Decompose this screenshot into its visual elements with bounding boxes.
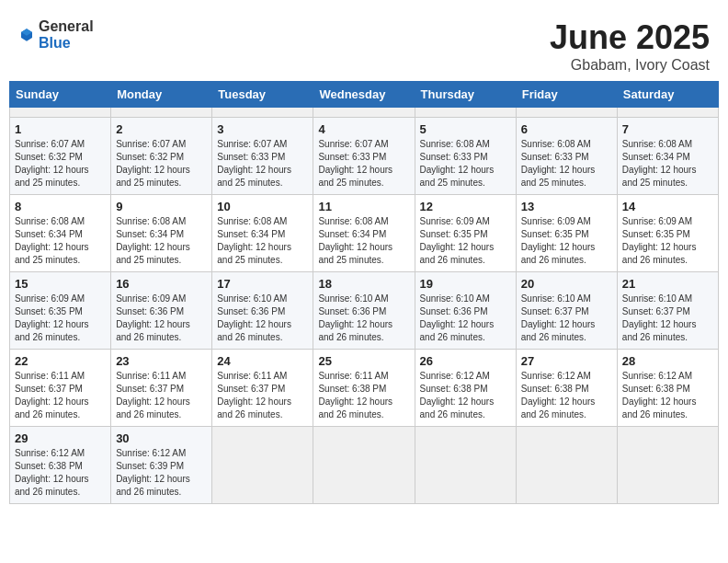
calendar-cell: 5Sunrise: 6:08 AMSunset: 6:33 PMDaylight… — [415, 118, 516, 195]
calendar-cell: 9Sunrise: 6:08 AMSunset: 6:34 PMDaylight… — [111, 195, 212, 272]
calendar-cell — [415, 427, 516, 504]
sunset-label: Sunset: 6:38 PM — [420, 384, 488, 394]
day-number: 11 — [318, 200, 409, 213]
calendar-cell: 26Sunrise: 6:12 AMSunset: 6:38 PMDayligh… — [415, 350, 516, 427]
calendar-cell — [10, 108, 111, 118]
sunrise-label: Sunrise: 6:12 AM — [521, 371, 591, 381]
sunset-label: Sunset: 6:38 PM — [622, 384, 690, 394]
day-number: 18 — [318, 277, 409, 291]
daylight-label: Daylight: 12 hours and 25 minutes. — [116, 165, 190, 188]
calendar-cell — [617, 427, 718, 504]
calendar-cell: 20Sunrise: 6:10 AMSunset: 6:37 PMDayligh… — [516, 272, 617, 350]
calendar-cell: 14Sunrise: 6:09 AMSunset: 6:35 PMDayligh… — [617, 195, 718, 272]
day-number: 3 — [217, 122, 308, 136]
daylight-label: Daylight: 12 hours and 26 minutes. — [521, 319, 596, 342]
sunset-label: Sunset: 6:34 PM — [622, 152, 690, 162]
calendar-title: June 2025 — [550, 18, 710, 57]
calendar-cell: 21Sunrise: 6:10 AMSunset: 6:37 PMDayligh… — [617, 272, 718, 350]
calendar-cell — [212, 108, 313, 118]
calendar-cell: 10Sunrise: 6:08 AMSunset: 6:34 PMDayligh… — [212, 195, 313, 272]
calendar-week-row: 29Sunrise: 6:12 AMSunset: 6:38 PMDayligh… — [10, 427, 719, 504]
day-number: 22 — [15, 354, 106, 368]
sunset-label: Sunset: 6:36 PM — [420, 306, 488, 316]
day-info: Sunrise: 6:10 AMSunset: 6:37 PMDaylight:… — [622, 293, 713, 344]
day-number: 1 — [15, 122, 106, 136]
sunrise-label: Sunrise: 6:12 AM — [116, 448, 186, 458]
day-of-week-header: Sunday — [10, 82, 111, 108]
day-info: Sunrise: 6:09 AMSunset: 6:35 PMDaylight:… — [15, 293, 106, 344]
calendar-cell: 11Sunrise: 6:08 AMSunset: 6:34 PMDayligh… — [313, 195, 415, 272]
sunrise-label: Sunrise: 6:08 AM — [15, 216, 85, 226]
day-info: Sunrise: 6:07 AMSunset: 6:33 PMDaylight:… — [318, 138, 409, 190]
calendar-cell: 1Sunrise: 6:07 AMSunset: 6:32 PMDaylight… — [10, 118, 111, 195]
day-info: Sunrise: 6:08 AMSunset: 6:34 PMDaylight:… — [217, 215, 308, 267]
sunrise-label: Sunrise: 6:10 AM — [217, 293, 287, 304]
daylight-label: Daylight: 12 hours and 26 minutes. — [217, 396, 291, 419]
day-number: 5 — [420, 122, 511, 136]
calendar-header-row: SundayMondayTuesdayWednesdayThursdayFrid… — [10, 82, 719, 108]
day-number: 21 — [622, 277, 713, 291]
sunset-label: Sunset: 6:39 PM — [116, 461, 184, 471]
day-number: 30 — [116, 431, 207, 445]
sunset-label: Sunset: 6:32 PM — [15, 152, 83, 162]
sunset-label: Sunset: 6:34 PM — [217, 229, 285, 239]
day-number: 24 — [217, 354, 308, 368]
sunset-label: Sunset: 6:35 PM — [622, 229, 690, 239]
calendar-subtitle: Gbabam, Ivory Coast — [550, 57, 710, 74]
calendar-week-row: 8Sunrise: 6:08 AMSunset: 6:34 PMDaylight… — [10, 195, 719, 272]
calendar-cell: 8Sunrise: 6:08 AMSunset: 6:34 PMDaylight… — [10, 195, 111, 272]
day-info: Sunrise: 6:09 AMSunset: 6:35 PMDaylight:… — [521, 215, 612, 267]
sunrise-label: Sunrise: 6:11 AM — [217, 371, 287, 381]
calendar-cell — [212, 427, 313, 504]
sunset-label: Sunset: 6:36 PM — [116, 306, 184, 316]
day-number: 7 — [622, 122, 713, 136]
day-of-week-header: Monday — [111, 82, 212, 108]
sunset-label: Sunset: 6:33 PM — [217, 152, 285, 162]
sunset-label: Sunset: 6:35 PM — [420, 229, 488, 239]
calendar-cell — [111, 108, 212, 118]
day-info: Sunrise: 6:10 AMSunset: 6:36 PMDaylight:… — [318, 293, 409, 344]
sunset-label: Sunset: 6:38 PM — [521, 384, 589, 394]
day-info: Sunrise: 6:11 AMSunset: 6:37 PMDaylight:… — [15, 370, 106, 421]
sunset-label: Sunset: 6:33 PM — [420, 152, 488, 162]
daylight-label: Daylight: 12 hours and 26 minutes. — [420, 319, 495, 342]
daylight-label: Daylight: 12 hours and 26 minutes. — [318, 396, 392, 419]
sunrise-label: Sunrise: 6:08 AM — [420, 139, 490, 149]
sunrise-label: Sunrise: 6:10 AM — [318, 293, 388, 304]
sunrise-label: Sunrise: 6:09 AM — [15, 293, 85, 304]
day-info: Sunrise: 6:08 AMSunset: 6:34 PMDaylight:… — [116, 215, 207, 267]
calendar-cell: 17Sunrise: 6:10 AMSunset: 6:36 PMDayligh… — [212, 272, 313, 350]
calendar-cell: 7Sunrise: 6:08 AMSunset: 6:34 PMDaylight… — [617, 118, 718, 195]
sunrise-label: Sunrise: 6:12 AM — [15, 448, 85, 458]
sunset-label: Sunset: 6:37 PM — [217, 384, 285, 394]
day-number: 8 — [15, 200, 106, 213]
sunrise-label: Sunrise: 6:08 AM — [622, 139, 692, 149]
calendar-cell: 24Sunrise: 6:11 AMSunset: 6:37 PMDayligh… — [212, 350, 313, 427]
daylight-label: Daylight: 12 hours and 26 minutes. — [15, 396, 89, 419]
day-number: 10 — [217, 200, 308, 213]
day-number: 25 — [318, 354, 409, 368]
daylight-label: Daylight: 12 hours and 26 minutes. — [116, 396, 190, 419]
sunset-label: Sunset: 6:35 PM — [521, 229, 589, 239]
day-number: 12 — [420, 200, 511, 213]
daylight-label: Daylight: 12 hours and 25 minutes. — [15, 165, 89, 188]
sunrise-label: Sunrise: 6:11 AM — [116, 371, 186, 381]
daylight-label: Daylight: 12 hours and 26 minutes. — [420, 242, 495, 265]
day-of-week-header: Tuesday — [212, 82, 313, 108]
calendar-cell: 2Sunrise: 6:07 AMSunset: 6:32 PMDaylight… — [111, 118, 212, 195]
sunrise-label: Sunrise: 6:07 AM — [116, 139, 186, 149]
daylight-label: Daylight: 12 hours and 25 minutes. — [217, 165, 291, 188]
sunset-label: Sunset: 6:32 PM — [116, 152, 184, 162]
calendar-cell: 19Sunrise: 6:10 AMSunset: 6:36 PMDayligh… — [415, 272, 516, 350]
calendar-week-row: 22Sunrise: 6:11 AMSunset: 6:37 PMDayligh… — [10, 350, 719, 427]
day-number: 4 — [318, 122, 409, 136]
sunrise-label: Sunrise: 6:10 AM — [622, 293, 692, 304]
sunset-label: Sunset: 6:35 PM — [15, 306, 83, 316]
calendar-week-row — [10, 108, 719, 118]
calendar-cell: 18Sunrise: 6:10 AMSunset: 6:36 PMDayligh… — [313, 272, 415, 350]
calendar-table: SundayMondayTuesdayWednesdayThursdayFrid… — [9, 81, 719, 504]
sunrise-label: Sunrise: 6:08 AM — [521, 139, 591, 149]
daylight-label: Daylight: 12 hours and 26 minutes. — [622, 319, 697, 342]
day-info: Sunrise: 6:08 AMSunset: 6:34 PMDaylight:… — [318, 215, 409, 267]
daylight-label: Daylight: 12 hours and 25 minutes. — [622, 165, 697, 188]
